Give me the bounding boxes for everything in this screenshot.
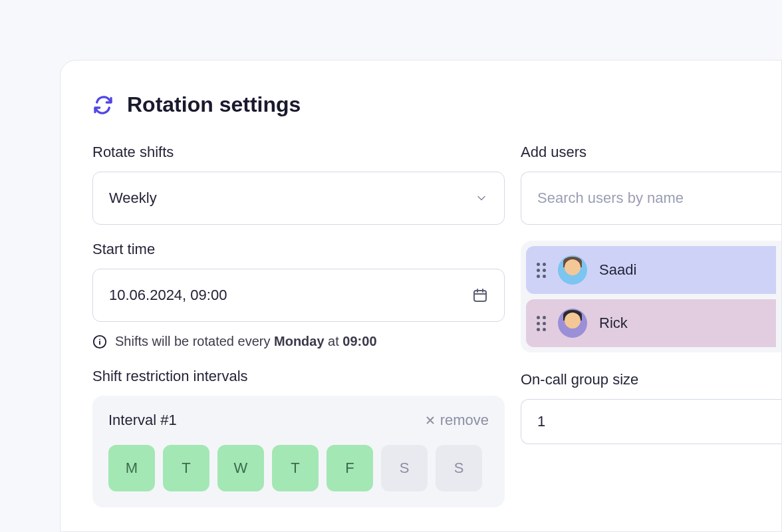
header: Rotation settings — [92, 92, 781, 117]
user-name: Rick — [599, 315, 628, 332]
info-icon — [92, 334, 107, 349]
drag-handle-icon[interactable] — [537, 316, 546, 331]
user-chip-saadi[interactable]: Saadi — [526, 246, 776, 294]
calendar-icon — [472, 287, 488, 303]
start-time-label: Start time — [92, 241, 505, 258]
day-monday[interactable]: M — [108, 445, 155, 491]
group-size-label: On-call group size — [521, 371, 781, 388]
day-wednesday[interactable]: W — [217, 445, 264, 491]
chevron-down-icon — [475, 192, 488, 205]
group-size-input[interactable]: 1 — [521, 399, 781, 444]
svg-rect-0 — [474, 291, 486, 301]
group-size-value: 1 — [537, 413, 545, 430]
user-name: Saadi — [599, 261, 636, 279]
add-users-label: Add users — [521, 144, 781, 161]
day-thursday[interactable]: T — [272, 445, 319, 491]
search-placeholder: Search users by name — [537, 190, 684, 207]
rotation-settings-card: Rotation settings Rotate shifts Weekly S… — [60, 60, 782, 532]
day-saturday[interactable]: S — [381, 445, 428, 491]
rotate-shifts-select[interactable]: Weekly — [92, 172, 505, 225]
day-sunday[interactable]: S — [436, 445, 482, 491]
start-time-input[interactable]: 10.06.2024, 09:00 — [92, 269, 505, 322]
drag-handle-icon[interactable] — [537, 263, 546, 278]
user-list: Saadi Rick — [521, 241, 781, 352]
remove-label: remove — [440, 412, 489, 429]
info-prefix: Shifts will be rotated every — [115, 334, 274, 348]
day-friday[interactable]: F — [326, 445, 373, 491]
search-users-input[interactable]: Search users by name — [521, 172, 781, 225]
avatar — [558, 255, 587, 285]
interval-card: Interval #1 remove M T W T F S S — [92, 396, 505, 507]
rotate-shifts-value: Weekly — [109, 190, 157, 207]
days-row: M T W T F S S — [108, 445, 489, 491]
info-day: Monday — [274, 334, 325, 348]
avatar — [558, 309, 587, 338]
info-time: 09:00 — [342, 334, 376, 348]
rotate-shifts-label: Rotate shifts — [92, 144, 505, 161]
shift-restrictions-label: Shift restriction intervals — [92, 368, 505, 385]
day-tuesday[interactable]: T — [163, 445, 209, 491]
interval-title: Interval #1 — [108, 412, 177, 429]
close-icon — [424, 414, 436, 426]
rotate-icon — [92, 94, 114, 116]
page-title: Rotation settings — [127, 92, 301, 117]
info-mid: at — [325, 334, 343, 348]
start-time-value: 10.06.2024, 09:00 — [109, 287, 227, 304]
remove-interval-button[interactable]: remove — [424, 412, 489, 429]
user-chip-rick[interactable]: Rick — [526, 299, 776, 347]
rotation-info: Shifts will be rotated every Monday at 0… — [92, 334, 505, 349]
